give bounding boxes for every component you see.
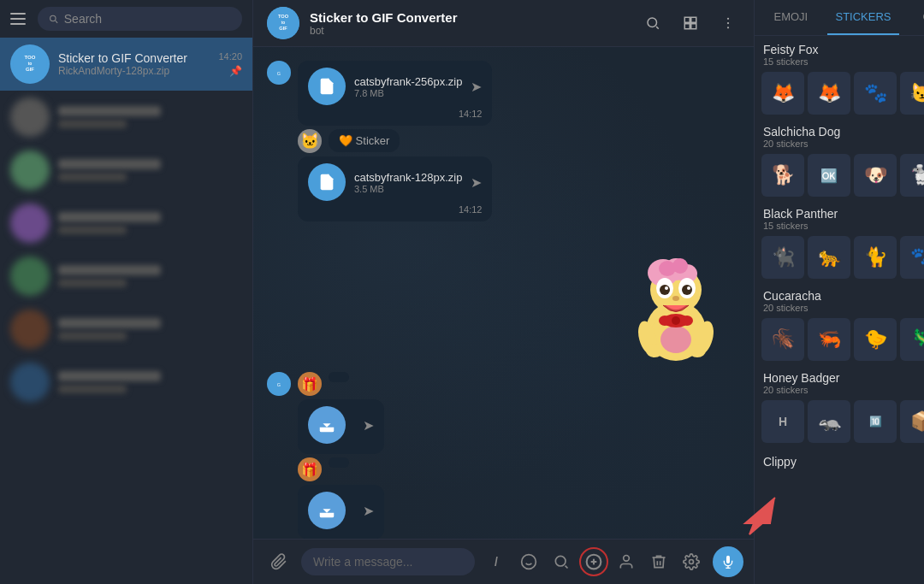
- sticker-set-info: Cucaracha 20 stickers: [763, 289, 924, 313]
- svg-rect-12: [691, 24, 696, 29]
- more-button[interactable]: [716, 11, 740, 35]
- search-bar[interactable]: [38, 7, 242, 31]
- search-message-button[interactable]: [547, 547, 576, 576]
- sticker-thumb[interactable]: 🐈: [854, 236, 897, 279]
- svg-point-46: [522, 555, 536, 569]
- svg-point-40: [646, 344, 663, 357]
- settings-button[interactable]: [677, 547, 706, 576]
- sticker-thumb[interactable]: 🔟: [854, 400, 897, 443]
- svg-point-22: [659, 316, 671, 326]
- document-icon: [317, 173, 336, 192]
- message-bubble-sticker-label: 🧡 Sticker: [329, 129, 400, 152]
- svg-point-41: [689, 344, 706, 357]
- chat-info-blur: [58, 159, 242, 181]
- file-size: 3.5 MB: [354, 184, 462, 194]
- header-search-button[interactable]: [641, 11, 665, 35]
- sticker-set-header: Clippy ADD: [761, 453, 924, 470]
- sticker-set-name: Black Panther: [763, 207, 924, 221]
- forward-button[interactable]: ➤: [471, 79, 482, 95]
- chat-preview: RickAndMorty-128px.zip: [58, 65, 210, 77]
- sticker-thumb[interactable]: 🦐: [808, 318, 850, 361]
- emoji-button[interactable]: [514, 547, 543, 576]
- chat-time: 14:20: [218, 51, 242, 62]
- chat-name-blur: [58, 371, 161, 381]
- sticker-thumb[interactable]: 🐾: [854, 72, 897, 115]
- sticker-thumb[interactable]: 🆗: [808, 154, 850, 197]
- svg-point-30: [672, 258, 688, 274]
- forward-button[interactable]: ➤: [363, 417, 374, 434]
- sticker-set-black-panther: Black Panther 15 stickers ADD 🐈‍⬛ 🐆 🐈 🐾: [761, 207, 924, 279]
- sticker-thumb[interactable]: 🐩: [900, 154, 924, 197]
- sticker-thumb[interactable]: 😼: [900, 72, 924, 115]
- download-icon: [317, 416, 336, 434]
- sticker-thumb[interactable]: 🪳: [761, 318, 804, 361]
- svg-text:GIF: GIF: [26, 67, 34, 72]
- sticker-thumb[interactable]: 🦡: [808, 400, 850, 443]
- layout-button[interactable]: [678, 11, 702, 35]
- search-input[interactable]: [64, 12, 232, 26]
- chat-header-status: bot: [310, 25, 631, 37]
- sticker-thumb[interactable]: 🐆: [808, 236, 850, 279]
- sticker-thumb[interactable]: 🐾: [900, 236, 924, 279]
- trash-button[interactable]: [644, 547, 673, 576]
- tab-emoji[interactable]: EMOJI: [755, 0, 827, 35]
- slash-command-button[interactable]: /: [482, 547, 511, 576]
- sticker-thumb[interactable]: H: [761, 400, 804, 443]
- svg-text:GIF: GIF: [279, 26, 287, 31]
- attachment-button[interactable]: [264, 546, 294, 577]
- chat-info: Sticker to GIF Converter RickAndMorty-12…: [58, 51, 210, 77]
- svg-text:G: G: [277, 71, 281, 76]
- chat-header-name: Sticker to GIF Converter: [310, 10, 631, 25]
- more-icon: [720, 15, 736, 31]
- forward-button[interactable]: ➤: [471, 174, 482, 191]
- svg-rect-11: [684, 24, 690, 29]
- svg-text:TOO: TOO: [25, 55, 36, 60]
- profile-button[interactable]: [612, 547, 641, 576]
- svg-text:to: to: [281, 21, 286, 25]
- sticker-thumb[interactable]: 🐤: [854, 318, 897, 361]
- svg-point-34: [682, 285, 692, 295]
- add-plus-button[interactable]: [579, 547, 608, 576]
- chat-item-blur-3[interactable]: [0, 197, 252, 250]
- sticker-set-info: Black Panther 15 stickers: [763, 207, 924, 231]
- chat-preview-blur: [58, 120, 127, 128]
- file-icon: [308, 492, 346, 529]
- avatar: TOO to GIF: [10, 44, 50, 84]
- sticker-thumb[interactable]: 📦: [900, 400, 924, 443]
- sticker-label-row-3: 🎁: [298, 457, 384, 481]
- tab-stickers[interactable]: STICKERS: [827, 0, 900, 35]
- sticker-label-row-2: 🎁: [298, 372, 384, 396]
- chat-info-blur: [58, 265, 242, 287]
- chat-name-blur: [58, 212, 161, 222]
- sticker-set-honey-badger: Honey Badger 20 stickers ADD H 🦡 🔟 📦: [761, 371, 924, 443]
- chat-item-blur-2[interactable]: [0, 144, 252, 197]
- sidebar-header: [0, 0, 252, 38]
- sticker-thumb[interactable]: 🦊: [761, 72, 804, 115]
- sticker-set-count: 20 stickers: [763, 385, 924, 395]
- sticker-previews: 🪳 🦐 🐤 🦎: [761, 318, 924, 361]
- sticker-list: Feisty Fox 15 stickers ADD 🦊 🦊 🐾 😼 Salch…: [755, 36, 924, 584]
- chat-item-sticker-bot[interactable]: TOO to GIF Sticker to GIF Converter Rick…: [0, 38, 252, 91]
- sticker-thumb[interactable]: 🦊: [808, 72, 850, 115]
- sticker-previews: 🦊 🦊 🐾 😼: [761, 72, 924, 115]
- profile-icon: [618, 553, 635, 570]
- tab-gifs[interactable]: GIFS: [899, 0, 924, 35]
- svg-text:G: G: [277, 382, 281, 387]
- sticker-thumb[interactable]: 🐶: [854, 154, 897, 197]
- file-name: catsbyfrank-128px.zip: [354, 171, 462, 184]
- forward-button[interactable]: ➤: [363, 503, 374, 519]
- message-input[interactable]: [301, 548, 475, 575]
- svg-point-24: [672, 316, 680, 325]
- microphone-button[interactable]: [713, 546, 743, 577]
- sticker-set-name: Salchicha Dog: [763, 125, 924, 139]
- sticker-set-header: Feisty Fox 15 stickers ADD: [761, 43, 924, 67]
- sticker-thumb[interactable]: 🦎: [900, 318, 924, 361]
- chat-item-blur-4[interactable]: [0, 250, 252, 303]
- svg-point-8: [648, 18, 657, 27]
- chat-item-blur-1[interactable]: [0, 91, 252, 144]
- sticker-thumb[interactable]: 🐕: [761, 154, 804, 197]
- hamburger-menu-button[interactable]: [10, 9, 31, 29]
- chat-item-blur-5[interactable]: [0, 303, 252, 356]
- sticker-thumb[interactable]: 🐈‍⬛: [761, 236, 804, 279]
- chat-item-blur-6[interactable]: [0, 356, 252, 409]
